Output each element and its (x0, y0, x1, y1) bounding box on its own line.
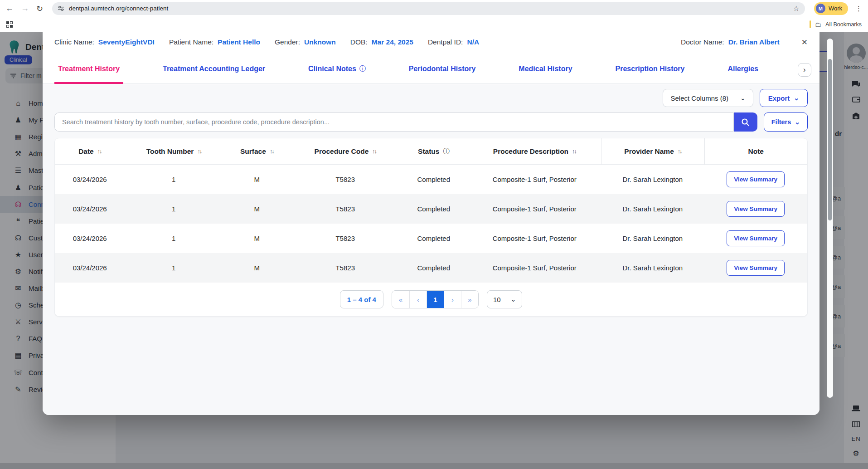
tab-label: Treatment Accounting Ledger (163, 65, 265, 73)
cell-surface: M (223, 234, 291, 242)
page-1-button[interactable]: 1 (427, 291, 444, 308)
tune-icon (58, 5, 64, 12)
profile-chip[interactable]: M Work (814, 2, 848, 15)
tab-label: Treatment History (58, 65, 120, 73)
sort-icon[interactable]: ↑↓ (270, 148, 274, 155)
cell-note: View Summary (704, 201, 807, 217)
filters-button[interactable]: Filters ⌄ (764, 112, 808, 132)
cell-note: View Summary (704, 260, 807, 276)
cell-procedure-code: T5823 (291, 205, 399, 213)
table-header-row: Date↑↓Tooth Number↑↓Surface↑↓Procedure C… (55, 138, 807, 165)
gender-value: Unknown (304, 38, 336, 46)
table-row: 03/24/20261MT5823CompletedComposite-1 Su… (55, 253, 807, 283)
tabs-scroll-next-button[interactable]: › (798, 63, 811, 77)
search-row: Filters ⌄ (54, 112, 808, 132)
cell-procedure-description: Composite-1 Surf, Posterior (468, 176, 601, 183)
treatment-table-card: Date↑↓Tooth Number↑↓Surface↑↓Procedure C… (54, 138, 808, 317)
patient-name-value: Patient Hello (218, 38, 260, 46)
view-summary-button[interactable]: View Summary (727, 171, 785, 187)
tab-label: Prescription History (616, 65, 685, 73)
scrollbar-thumb[interactable] (828, 59, 832, 220)
browser-menu-icon[interactable]: ⋮ (855, 5, 863, 13)
pagination-range: 1 – 4 of 4 (340, 290, 383, 308)
all-bookmarks-label[interactable]: All Bookmarks (825, 21, 862, 28)
pager: «‹1›» (392, 290, 479, 308)
back-icon[interactable]: ← (5, 4, 14, 13)
first-page-button[interactable]: « (392, 291, 409, 308)
cell-tooth-number: 1 (125, 264, 223, 272)
url-bar[interactable]: dentpal.aumtech.org/connect-patient ☆ (52, 2, 805, 15)
cell-tooth-number: 1 (125, 205, 223, 213)
info-icon: ⓘ (443, 147, 449, 156)
prev-page-button[interactable]: ‹ (409, 291, 427, 308)
search-input[interactable] (54, 112, 734, 132)
cell-status: Completed (399, 264, 468, 272)
tab-treatment-accounting-ledger[interactable]: Treatment Accounting Ledger (159, 56, 269, 84)
bookmarks-bar: 🗀 All Bookmarks (0, 17, 868, 32)
bookmark-star-icon[interactable]: ☆ (793, 4, 800, 13)
column-header-surface[interactable]: Surface↑↓ (223, 138, 291, 165)
search-icon (741, 118, 750, 127)
apps-grid-icon[interactable] (6, 21, 13, 28)
modal-tabs: Treatment HistoryTreatment Accounting Le… (43, 56, 820, 84)
view-summary-button[interactable]: View Summary (727, 230, 785, 246)
cell-procedure-code: T5823 (291, 264, 399, 272)
sort-icon[interactable]: ↑↓ (678, 148, 682, 155)
chevron-down-icon: ⌄ (794, 96, 799, 100)
cell-date: 03/24/2026 (55, 176, 125, 183)
column-label: Procedure Code (315, 147, 369, 156)
cell-provider-name: Dr. Sarah Lexington (601, 176, 704, 183)
chevron-down-icon: ⌄ (795, 120, 800, 124)
tab-prescription-history[interactable]: Prescription History (612, 56, 689, 84)
select-columns-dropdown[interactable]: Select Columns (8) ⌄ (663, 89, 753, 107)
column-header-procedure-code[interactable]: Procedure Code↑↓ (291, 138, 399, 165)
export-button[interactable]: Export ⌄ (760, 89, 808, 107)
column-header-note: Note (704, 138, 807, 165)
view-summary-button[interactable]: View Summary (727, 201, 785, 217)
profile-name: Work (829, 5, 842, 12)
sort-icon[interactable]: ↑↓ (97, 148, 102, 155)
sort-icon[interactable]: ↑↓ (572, 148, 576, 155)
column-label: Provider Name (624, 147, 674, 156)
patient-name-label: Patient Name: (169, 38, 213, 46)
table-row: 03/24/20261MT5823CompletedComposite-1 Su… (55, 194, 807, 224)
browser-chrome: ← → ↻ dentpal.aumtech.org/connect-patien… (0, 0, 868, 17)
tab-treatment-history[interactable]: Treatment History (54, 56, 123, 84)
tab-medical-history[interactable]: Medical History (515, 56, 576, 84)
column-header-status: Statusⓘ (399, 138, 468, 165)
sort-icon[interactable]: ↑↓ (372, 148, 376, 155)
dentpal-id-label: Dentpal ID: (428, 38, 463, 46)
chevron-down-icon: ⌄ (511, 297, 516, 302)
close-icon[interactable]: ✕ (801, 38, 808, 47)
last-page-button[interactable]: » (461, 291, 478, 308)
doctor-name-label: Doctor Name: (681, 38, 724, 46)
view-summary-button[interactable]: View Summary (727, 260, 785, 276)
select-columns-label: Select Columns (8) (670, 94, 728, 102)
page-scrollbar[interactable] (827, 39, 833, 398)
cell-surface: M (223, 205, 291, 213)
cell-provider-name: Dr. Sarah Lexington (601, 234, 704, 242)
folder-icon: 🗀 (815, 21, 821, 28)
tab-clinical-notes[interactable]: Clinical Notesⓘ (305, 56, 369, 84)
reload-icon[interactable]: ↻ (36, 4, 43, 14)
cell-procedure-description: Composite-1 Surf, Posterior (468, 264, 601, 272)
profile-avatar: M (816, 4, 825, 13)
column-header-tooth-number[interactable]: Tooth Number↑↓ (125, 138, 223, 165)
cell-procedure-description: Composite-1 Surf, Posterior (468, 205, 601, 213)
bookmark-color-bar (810, 20, 811, 28)
next-page-button[interactable]: › (444, 291, 461, 308)
column-header-date[interactable]: Date↑↓ (55, 138, 125, 165)
url-text: dentpal.aumtech.org/connect-patient (69, 5, 788, 12)
page-size-select[interactable]: 10 ⌄ (487, 290, 522, 308)
table-row: 03/24/20261MT5823CompletedComposite-1 Su… (55, 224, 807, 253)
dob-value: Mar 24, 2025 (372, 38, 413, 46)
forward-icon[interactable]: → (21, 4, 29, 13)
search-button[interactable] (734, 112, 757, 132)
cell-status: Completed (399, 234, 468, 242)
column-header-provider-name[interactable]: Provider Name↑↓ (601, 138, 704, 165)
tab-allergies[interactable]: Allergies (724, 56, 762, 84)
tab-periodontal-history[interactable]: Periodontal History (405, 56, 480, 84)
column-header-procedure-description[interactable]: Procedure Description↑↓ (468, 138, 601, 165)
sort-icon[interactable]: ↑↓ (197, 148, 201, 155)
patient-connect-modal: Clinic Name:SeventyEightVDI Patient Name… (43, 25, 820, 415)
